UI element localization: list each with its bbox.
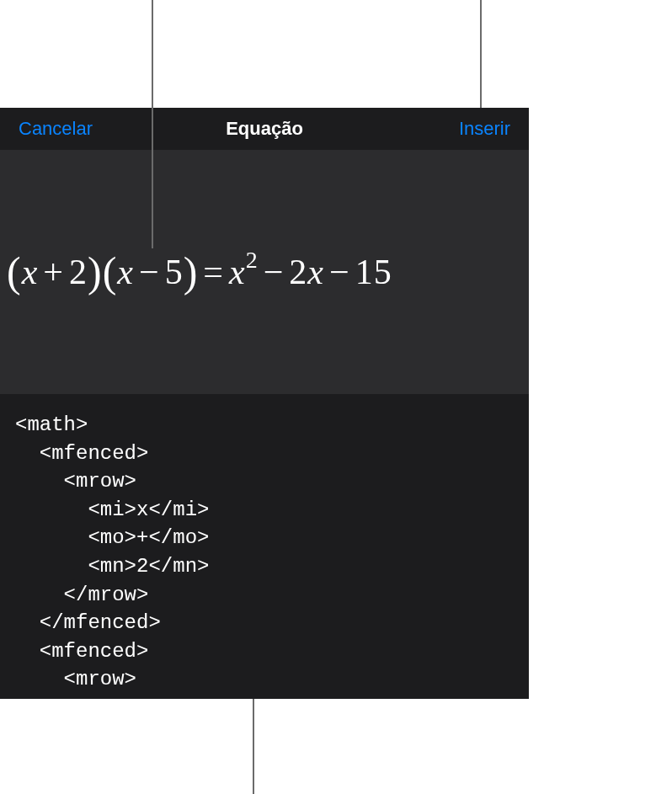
dialog-title: Equação (226, 118, 303, 140)
cancel-button[interactable]: Cancelar (19, 118, 93, 140)
exponent: 2 (246, 247, 259, 273)
variable-x: x (229, 253, 246, 291)
mathml-code: <math> <mfenced> <mrow> <mi>x</mi> <mo>+… (15, 411, 514, 694)
equation-dialog: Cancelar Equação Inserir (x+2)(x−5)=x2−2… (0, 108, 529, 699)
paren-open: ( (103, 248, 118, 296)
paren-open: ( (7, 248, 22, 296)
insert-button[interactable]: Inserir (459, 118, 510, 140)
equation-code-editor[interactable]: <math> <mfenced> <mrow> <mi>x</mi> <mo>+… (0, 394, 529, 699)
number: 2 (289, 253, 307, 291)
plus-operator: + (38, 253, 69, 291)
variable-x: x (307, 253, 324, 291)
number: 5 (165, 253, 184, 291)
paren-close: ) (88, 248, 103, 296)
number: 2 (69, 253, 88, 291)
minus-operator: − (324, 253, 355, 291)
callout-line (152, 0, 153, 248)
variable-x: x (117, 253, 134, 291)
callout-line (253, 699, 254, 794)
number: 15 (355, 253, 392, 291)
equation-rendered: (x+2)(x−5)=x2−2x−15 (7, 248, 392, 296)
variable-x: x (22, 253, 39, 291)
dialog-header: Cancelar Equação Inserir (0, 108, 529, 150)
equation-preview: (x+2)(x−5)=x2−2x−15 (0, 150, 529, 394)
minus-operator: − (259, 253, 290, 291)
callout-line (480, 0, 482, 108)
minus-operator: − (134, 253, 165, 291)
equals-operator: = (198, 253, 229, 291)
paren-close: ) (184, 248, 199, 296)
